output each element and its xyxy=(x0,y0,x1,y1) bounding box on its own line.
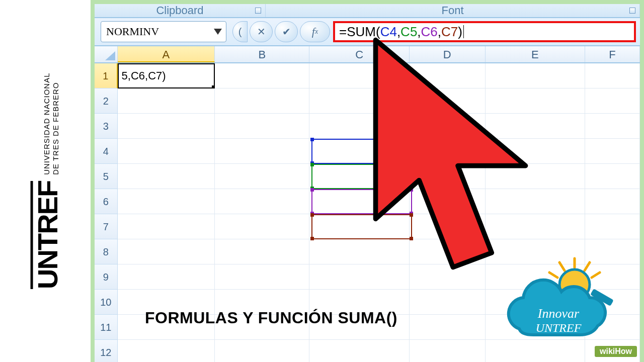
cell[interactable] xyxy=(215,164,309,189)
cell[interactable] xyxy=(309,63,409,88)
cell[interactable] xyxy=(118,139,215,164)
cell[interactable] xyxy=(486,139,585,164)
row-header[interactable]: 9 xyxy=(95,264,118,290)
cell[interactable] xyxy=(585,164,640,189)
row-header[interactable]: 12 xyxy=(95,340,118,362)
enter-formula-button[interactable]: ✔ xyxy=(275,21,298,42)
cell[interactable] xyxy=(118,239,215,264)
cell[interactable] xyxy=(118,214,215,239)
cancel-formula-button[interactable]: ✕ xyxy=(250,21,273,42)
cell[interactable] xyxy=(118,88,215,114)
svg-line-4 xyxy=(592,273,600,278)
cell[interactable] xyxy=(486,114,585,139)
cell[interactable] xyxy=(215,88,309,114)
chevron-down-icon[interactable] xyxy=(214,29,222,35)
cell-A1[interactable]: 5,C6,C7) xyxy=(118,63,215,88)
row-header[interactable]: 1 xyxy=(95,63,118,88)
range-highlight-C6 xyxy=(311,189,412,214)
cell[interactable] xyxy=(215,139,309,164)
select-all-button[interactable] xyxy=(95,46,118,62)
cell[interactable] xyxy=(486,88,585,114)
cell[interactable] xyxy=(215,214,309,239)
cell[interactable] xyxy=(486,63,585,88)
cell[interactable] xyxy=(410,239,486,264)
cell[interactable] xyxy=(410,63,486,88)
svg-line-2 xyxy=(585,262,590,270)
ribbon-group-font[interactable]: Font xyxy=(266,4,640,17)
col-header-D[interactable]: D xyxy=(410,46,486,62)
text-caret xyxy=(463,25,464,38)
cell[interactable] xyxy=(410,340,486,362)
cell[interactable] xyxy=(410,315,486,340)
formula-input[interactable]: =SUM(C4,C5,C6,C7) xyxy=(333,21,636,42)
row-header[interactable]: 4 xyxy=(95,139,118,164)
cell[interactable] xyxy=(486,189,585,214)
cell[interactable] xyxy=(585,139,640,164)
ribbon-group-clipboard[interactable]: Clipboard xyxy=(95,4,266,17)
row-header[interactable]: 7 xyxy=(95,214,118,239)
brand-university-name: UNIVERSIDAD NACIONAL DE TRES DE FEBRERO xyxy=(42,73,60,175)
cell[interactable] xyxy=(118,340,215,362)
launcher-icon[interactable] xyxy=(629,8,635,14)
overlay-title: FORMULAS Y FUNCIÓN SUMA() xyxy=(145,309,397,327)
cell[interactable] xyxy=(585,214,640,239)
row-header[interactable]: 3 xyxy=(95,114,118,139)
name-box-value: NORMINV xyxy=(106,25,159,38)
col-header-F[interactable]: F xyxy=(585,46,640,62)
cell[interactable] xyxy=(118,264,215,290)
cell[interactable] xyxy=(215,340,309,362)
innovar-untref-badge: Innovar UNTREF xyxy=(499,253,625,349)
cell[interactable] xyxy=(118,114,215,139)
cell[interactable] xyxy=(410,290,486,315)
cell[interactable] xyxy=(309,114,409,139)
cell[interactable] xyxy=(118,164,215,189)
cell[interactable] xyxy=(410,139,486,164)
cell[interactable] xyxy=(118,189,215,214)
fx-icon[interactable]: fx xyxy=(300,21,330,42)
row-header[interactable]: 2 xyxy=(95,88,118,114)
range-highlight-C7 xyxy=(311,214,412,239)
cell[interactable] xyxy=(215,63,309,88)
row-header[interactable]: 10 xyxy=(95,290,118,315)
cell[interactable] xyxy=(309,264,409,290)
cell[interactable] xyxy=(486,164,585,189)
cell[interactable] xyxy=(309,239,409,264)
ribbon-groups-row: Clipboard Font xyxy=(95,4,640,18)
row-header[interactable]: 8 xyxy=(95,239,118,264)
cell[interactable] xyxy=(410,88,486,114)
cell[interactable] xyxy=(410,164,486,189)
svg-line-3 xyxy=(549,273,557,278)
cell[interactable] xyxy=(215,239,309,264)
brand-acronym: UNTREF xyxy=(30,181,60,289)
cell[interactable] xyxy=(486,214,585,239)
cell[interactable] xyxy=(309,340,409,362)
cell[interactable] xyxy=(215,264,309,290)
row-header[interactable]: 5 xyxy=(95,164,118,189)
cell[interactable] xyxy=(410,264,486,290)
formula-bar-controls: ( ✕ ✔ fx xyxy=(230,18,332,45)
cell[interactable] xyxy=(410,114,486,139)
col-header-B[interactable]: B xyxy=(215,46,309,62)
row-header[interactable]: 11 xyxy=(95,315,118,340)
cell[interactable] xyxy=(215,189,309,214)
cell[interactable] xyxy=(410,189,486,214)
range-highlight-C4 xyxy=(311,139,412,164)
cell[interactable] xyxy=(585,88,640,114)
cell[interactable] xyxy=(410,214,486,239)
cell[interactable] xyxy=(585,63,640,88)
cell[interactable] xyxy=(585,114,640,139)
branding-text: UNTREF UNIVERSIDAD NACIONAL DE TRES DE F… xyxy=(30,73,60,289)
cell[interactable] xyxy=(309,88,409,114)
row-header[interactable]: 6 xyxy=(95,189,118,214)
launcher-icon[interactable] xyxy=(255,8,261,14)
name-box[interactable]: NORMINV xyxy=(101,21,226,42)
expand-ref-icon[interactable]: ( xyxy=(232,21,248,42)
col-header-E[interactable]: E xyxy=(486,46,585,62)
col-header-C[interactable]: C xyxy=(309,46,409,62)
spreadsheet-grid[interactable]: 1 5,C6,C7) 2 3 4 5 6 7 8 9 10 11 12 xyxy=(95,63,640,362)
range-highlight-C5 xyxy=(311,164,412,189)
col-header-A[interactable]: A xyxy=(118,46,215,62)
svg-text:UNTREF: UNTREF xyxy=(536,321,582,334)
cell[interactable] xyxy=(215,114,309,139)
cell[interactable] xyxy=(585,189,640,214)
